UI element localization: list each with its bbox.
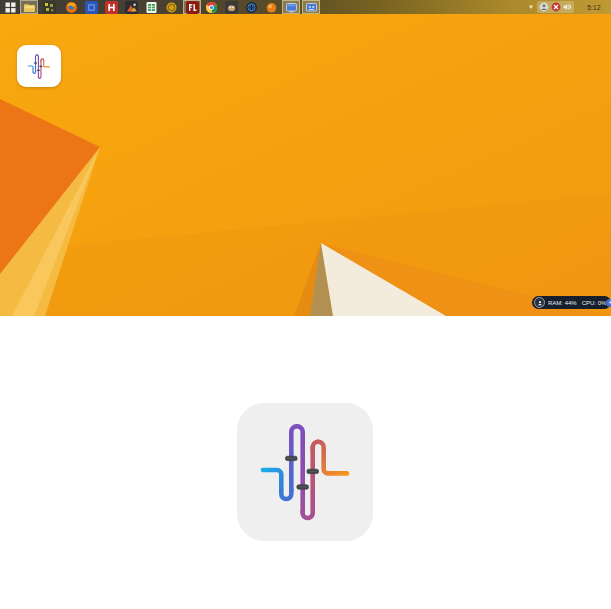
taskbar-clock[interactable]: 5:12	[580, 0, 608, 14]
photos-icon[interactable]	[122, 0, 140, 14]
shield-status-icon[interactable]	[539, 2, 549, 12]
user-badge-icon	[534, 297, 545, 308]
tray-chevron-down-icon[interactable]: ▾	[526, 0, 536, 14]
taskbar: ▾ 5:12	[0, 0, 611, 14]
app-logo-icon-small	[21, 49, 57, 84]
desktop-shortcut-app-icon[interactable]	[17, 45, 61, 87]
system-tray	[537, 1, 574, 13]
desktop-screen: { "taskbar": { "clock": "5:12", "apps": …	[0, 0, 611, 609]
start-menu-icon[interactable]	[1, 0, 19, 14]
file-manager-icon[interactable]	[20, 0, 38, 14]
gimp-icon[interactable]	[222, 0, 240, 14]
mute-error-icon[interactable]	[551, 2, 561, 12]
chrome-icon[interactable]	[202, 0, 220, 14]
ram-usage-label: RAM: 44%	[548, 300, 577, 306]
firefox-icon[interactable]	[62, 0, 80, 14]
blue-window-app-icon[interactable]	[82, 0, 100, 14]
spreadsheet-icon[interactable]	[142, 0, 160, 14]
globe-app-icon[interactable]	[242, 0, 260, 14]
expand-plus-icon[interactable]: +	[606, 299, 611, 307]
vm-window-1-icon[interactable]	[282, 0, 300, 14]
gold-coin-app-icon[interactable]	[162, 0, 180, 14]
vm-window-2-icon[interactable]	[302, 0, 320, 14]
cpu-usage-label: CPU: 0%	[582, 300, 607, 306]
app-logo-icon-large	[237, 403, 373, 541]
red-h-app-icon[interactable]	[102, 0, 120, 14]
app-icon-preview-tile	[237, 403, 373, 541]
wallpaper	[0, 14, 611, 316]
fl-red-app-icon[interactable]	[183, 0, 201, 14]
game-mosaic-icon[interactable]	[40, 0, 58, 14]
system-monitor-widget[interactable]: RAM: 44% CPU: 0% +	[532, 296, 611, 309]
volume-icon[interactable]	[562, 2, 572, 12]
orange-ball-app-icon[interactable]	[262, 0, 280, 14]
